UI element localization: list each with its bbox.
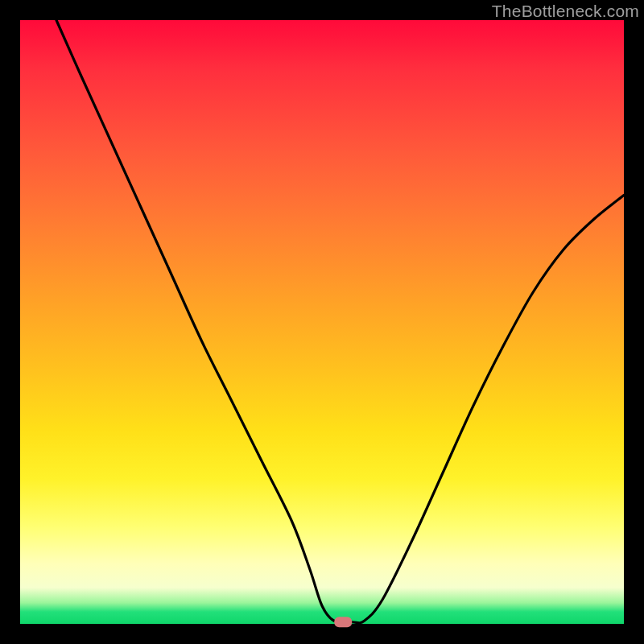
optimal-marker: [334, 617, 352, 627]
plot-area: [20, 20, 624, 624]
bottleneck-curve: [56, 20, 624, 623]
plot-svg: [20, 20, 624, 624]
source-watermark: TheBottleneck.com: [492, 2, 639, 21]
chart-frame: TheBottleneck.com: [0, 0, 644, 644]
